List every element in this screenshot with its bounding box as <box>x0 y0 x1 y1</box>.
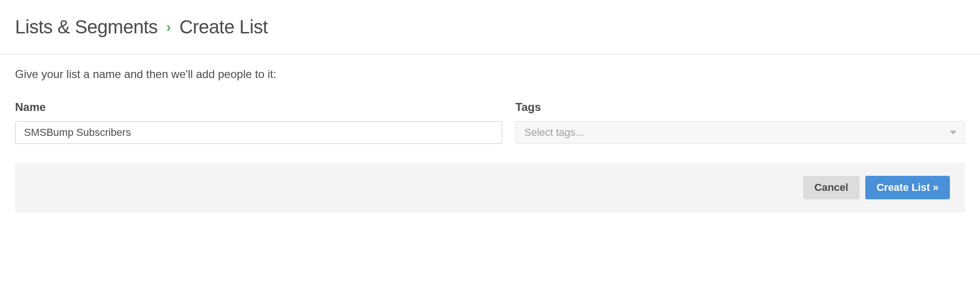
tags-select[interactable]: Select tags... <box>515 121 965 144</box>
instruction-text: Give your list a name and then we'll add… <box>15 68 965 81</box>
chevron-right-icon: › <box>166 18 171 36</box>
caret-down-icon <box>950 131 956 134</box>
cancel-button[interactable]: Cancel <box>803 176 860 199</box>
breadcrumb-root[interactable]: Lists & Segments <box>15 16 158 38</box>
breadcrumb: Lists & Segments › Create List <box>15 16 965 38</box>
tags-placeholder: Select tags... <box>524 126 584 139</box>
name-field-group: Name <box>15 101 502 144</box>
breadcrumb-current: Create List <box>179 16 268 38</box>
page-header: Lists & Segments › Create List <box>0 0 980 55</box>
name-label: Name <box>15 101 502 114</box>
tags-label: Tags <box>515 101 965 114</box>
name-input[interactable] <box>15 121 502 144</box>
footer-actions: Cancel Create List » <box>15 163 965 212</box>
content-area: Give your list a name and then we'll add… <box>0 55 980 144</box>
create-list-button[interactable]: Create List » <box>865 176 950 199</box>
tags-select-wrapper: Select tags... <box>515 121 965 144</box>
tags-field-group: Tags Select tags... <box>515 101 965 144</box>
form-row: Name Tags Select tags... <box>15 101 965 144</box>
